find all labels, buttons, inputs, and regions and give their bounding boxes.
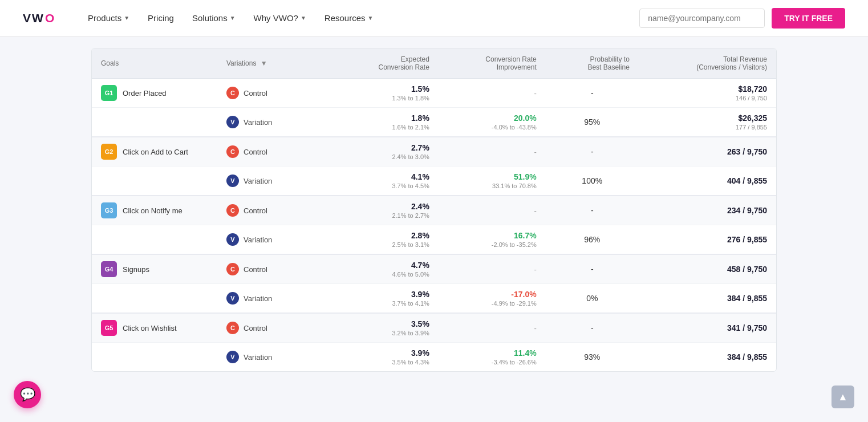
variation-name: Variation xyxy=(244,118,272,127)
goal-label: Signups xyxy=(123,265,149,274)
variation-name: Control xyxy=(244,324,267,332)
variation-badge: C xyxy=(226,322,239,334)
goal-label: Click on Notify me xyxy=(123,206,182,215)
resources-chevron-icon: ▼ xyxy=(368,15,374,21)
probability-cell: - xyxy=(546,79,639,108)
cri-cell: - xyxy=(439,79,546,108)
revenue-cell: 263 / 9,750 xyxy=(639,137,776,167)
ecr-cell: 2.7% 2.4% to 3.0% xyxy=(331,137,439,167)
variation-badge: V xyxy=(226,175,239,187)
svg-text:W: W xyxy=(32,11,43,24)
revenue-sub: 177 / 9,855 xyxy=(648,124,767,131)
nav-pricing-label: Pricing xyxy=(148,13,174,23)
nav-products-label: Products xyxy=(88,13,121,23)
nav-whyvwo-label: Why VWO? xyxy=(254,13,298,23)
try-it-free-button[interactable]: TRY IT FREE xyxy=(772,8,845,29)
nav-item-products[interactable]: Products ▼ xyxy=(80,9,137,27)
table-row: G4 Signups C Control 4.7% 4.6% to 5.0%--… xyxy=(92,254,776,284)
ecr-cell: 4.7% 4.6% to 5.0% xyxy=(331,254,439,284)
goal-cell-g2 xyxy=(92,167,217,196)
cri-cell: 51.9% 33.1% to 70.8% xyxy=(439,167,546,196)
ecr-main: 2.4% xyxy=(340,202,429,211)
variation-cell-content: V Variation xyxy=(226,351,322,363)
cri-sub: -3.4% to -26.6% xyxy=(448,359,537,366)
revenue-cell: 384 / 9,855 xyxy=(639,284,776,314)
variation-name: Variation xyxy=(244,353,272,362)
variation-cell-content: V Variation xyxy=(226,116,322,128)
results-table-container: Goals Variations ▼ ExpectedConversion Ra… xyxy=(91,48,777,372)
cri-dash: - xyxy=(534,324,536,332)
ecr-sub: 3.7% to 4.5% xyxy=(340,182,429,189)
probability-value: - xyxy=(591,265,594,274)
goal-cell-content: G3 Click on Notify me xyxy=(101,202,208,218)
ecr-main: 3.9% xyxy=(340,348,429,358)
ecr-cell: 4.1% 3.7% to 4.5% xyxy=(331,167,439,196)
col-goals: Goals xyxy=(92,48,217,79)
nav-item-resources[interactable]: Resources ▼ xyxy=(317,9,382,27)
probability-value: - xyxy=(591,323,594,332)
revenue-cell: 384 / 9,855 xyxy=(639,343,776,372)
revenue-main: 276 / 9,855 xyxy=(648,235,767,244)
cri-main: 11.4% xyxy=(448,348,537,358)
table-row: G1 Order Placed C Control 1.5% 1.3% to 1… xyxy=(92,79,776,108)
goal-cell-g3 xyxy=(92,225,217,255)
goal-badge: G3 xyxy=(101,202,117,218)
nav-item-solutions[interactable]: Solutions ▼ xyxy=(184,9,244,27)
table-row: V Variation 3.9% 3.7% to 4.1% -17.0% -4.… xyxy=(92,284,776,314)
revenue-main: 458 / 9,750 xyxy=(648,265,767,274)
probability-cell: 96% xyxy=(546,225,639,255)
variation-cell-content: C Control xyxy=(226,322,322,334)
goal-cell-g1 xyxy=(92,108,217,137)
variation-badge: V xyxy=(226,116,239,128)
revenue-cell: $18,720 146 / 9,750 xyxy=(639,79,776,108)
goal-badge: G1 xyxy=(101,85,117,101)
cri-sub: -2.0% to -35.2% xyxy=(448,241,537,248)
variation-name: Variation xyxy=(244,294,272,303)
cri-dash: - xyxy=(534,89,536,98)
results-table: Goals Variations ▼ ExpectedConversion Ra… xyxy=(92,48,776,371)
cri-main: 51.9% xyxy=(448,172,537,181)
variation-cell-content: V Variation xyxy=(226,175,322,187)
cri-main: 16.7% xyxy=(448,231,537,240)
table-row: V Variation 3.9% 3.5% to 4.3% 11.4% -3.4… xyxy=(92,343,776,372)
ecr-main: 1.8% xyxy=(340,113,429,123)
variation-cell: V Variation xyxy=(217,167,331,196)
goal-cell-content: G5 Click on Wishlist xyxy=(101,320,208,336)
ecr-main: 3.5% xyxy=(340,319,429,328)
revenue-cell: 404 / 9,855 xyxy=(639,167,776,196)
cri-cell: - xyxy=(439,196,546,225)
table-row: G5 Click on Wishlist C Control 3.5% 3.2%… xyxy=(92,313,776,343)
probability-value: 93% xyxy=(584,352,600,362)
vwo-logo-svg: V W O xyxy=(23,7,57,30)
cri-cell: 11.4% -3.4% to -26.6% xyxy=(439,343,546,372)
nav-item-whyvwo[interactable]: Why VWO? ▼ xyxy=(246,9,314,27)
cri-cell: - xyxy=(439,313,546,343)
cri-cell: - xyxy=(439,137,546,167)
variation-cell: V Variation xyxy=(217,284,331,314)
col-variations: Variations ▼ xyxy=(217,48,331,79)
cri-sub: 33.1% to 70.8% xyxy=(448,182,537,189)
filter-icon[interactable]: ▼ xyxy=(261,59,267,67)
variation-name: Control xyxy=(244,206,267,215)
ecr-main: 2.7% xyxy=(340,143,429,152)
nav-right: TRY IT FREE xyxy=(639,8,845,29)
variation-badge: V xyxy=(226,233,239,246)
col-ecr: ExpectedConversion Rate xyxy=(331,48,439,79)
logo[interactable]: V W O xyxy=(23,7,57,30)
ecr-cell: 1.5% 1.3% to 1.8% xyxy=(331,79,439,108)
goal-label: Click on Add to Cart xyxy=(123,148,188,156)
ecr-main: 4.7% xyxy=(340,261,429,270)
cri-main: -17.0% xyxy=(448,290,537,299)
probability-value: - xyxy=(591,147,594,156)
ecr-sub: 3.5% to 4.3% xyxy=(340,359,429,366)
cri-sub: -4.0% to -43.8% xyxy=(448,124,537,131)
goal-cell-content: G2 Click on Add to Cart xyxy=(101,144,208,160)
probability-cell: - xyxy=(546,254,639,284)
variation-name: Control xyxy=(244,265,267,274)
nav-item-pricing[interactable]: Pricing xyxy=(140,9,182,27)
email-input[interactable] xyxy=(639,9,765,28)
revenue-sub: 146 / 9,750 xyxy=(648,95,767,102)
revenue-main: 234 / 9,750 xyxy=(648,206,767,215)
variation-cell-content: C Control xyxy=(226,263,322,275)
variation-name: Control xyxy=(244,89,267,98)
